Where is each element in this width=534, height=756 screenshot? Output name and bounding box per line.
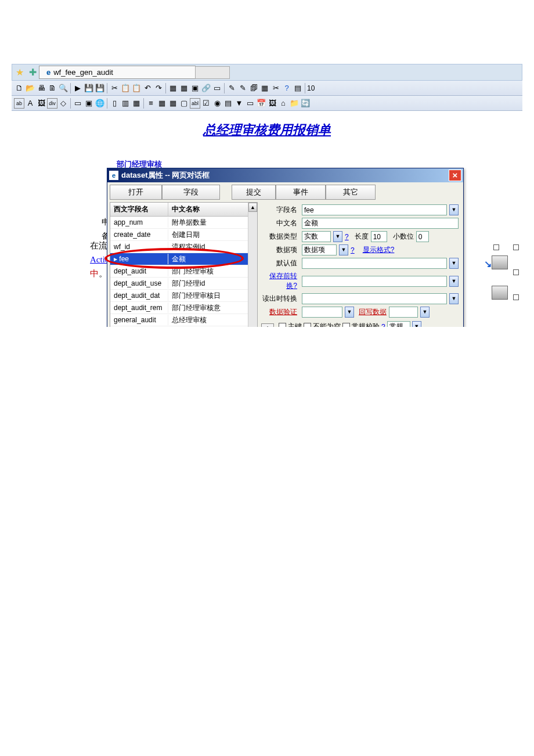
dropdown-icon[interactable]: ▼ (345, 307, 354, 318)
play-icon[interactable]: ▶ (73, 83, 83, 93)
new-file-icon[interactable]: 🗋 (14, 83, 24, 93)
edit-icon[interactable]: ✎ (226, 83, 237, 93)
grid-icon[interactable]: ▦ (259, 83, 270, 93)
cut-icon[interactable]: ✂ (109, 83, 120, 93)
dropdown-icon[interactable]: ▼ (449, 276, 459, 287)
table-row[interactable]: create_date创建日期 (110, 229, 248, 241)
dropdown-icon[interactable]: ▼ (234, 98, 244, 109)
field-name-input[interactable] (302, 204, 447, 215)
preview-icon[interactable]: 🔍 (58, 83, 68, 93)
field-icon[interactable]: ▦ (168, 83, 178, 93)
help-link[interactable]: ? (345, 233, 349, 241)
vertical-scrollbar[interactable]: ▲ ▼ (248, 203, 257, 327)
undo-icon[interactable]: ↶ (142, 83, 153, 93)
close-icon[interactable]: × (449, 170, 461, 181)
dropdown-icon[interactable]: ▼ (449, 258, 459, 269)
group-icon[interactable]: ▣ (84, 98, 94, 109)
pic-icon[interactable]: 🖼 (267, 98, 277, 109)
home-icon[interactable]: ⌂ (278, 98, 288, 109)
textbox-icon[interactable]: ab (14, 98, 24, 109)
display-format-link[interactable]: 显示格式? (363, 245, 395, 255)
list-icon[interactable]: ▤ (223, 98, 233, 109)
table-row[interactable]: app_num附单据数量 (110, 217, 248, 229)
button-c-icon[interactable]: ▭ (245, 98, 255, 109)
table-row[interactable]: dept_audit_use部门经理id (110, 278, 248, 290)
routine-check-checkbox[interactable] (342, 323, 350, 327)
component-icon[interactable]: ▣ (190, 83, 200, 93)
pk-checkbox[interactable] (279, 323, 286, 327)
dropdown-icon[interactable]: ▼ (420, 307, 430, 318)
tool-icon[interactable]: ✂ (270, 83, 281, 93)
calendar-icon[interactable]: 📅 (256, 98, 266, 109)
data-item-select[interactable] (302, 244, 337, 255)
doc-widget-icon[interactable]: ↘ (492, 255, 508, 269)
favorites-star-icon[interactable]: ★ (15, 67, 25, 78)
decimals-input[interactable] (416, 231, 429, 242)
image-icon[interactable]: 🖼 (36, 98, 46, 109)
world-icon[interactable]: 🌐 (95, 98, 105, 109)
lines-icon[interactable]: ≡ (146, 98, 156, 109)
tab-submit[interactable]: 提交 (232, 185, 276, 200)
radio-icon[interactable]: ◉ (212, 98, 222, 109)
tab-event[interactable]: 事件 (276, 185, 326, 200)
split-icon[interactable]: ▥ (120, 98, 131, 109)
edit2-icon[interactable]: ✎ (237, 83, 248, 93)
print-icon[interactable]: 🖶 (36, 83, 46, 93)
validation-link[interactable]: 数据验证 (261, 307, 300, 317)
table-row[interactable]: general_audit_总经理id (110, 326, 248, 327)
add-favorite-icon[interactable]: ✚ (27, 67, 38, 78)
dialog-titlebar[interactable]: e dataset属性 -- 网页对话框 × (107, 168, 463, 182)
notnull-checkbox[interactable] (304, 323, 311, 327)
table-icon[interactable]: ▦ (157, 98, 167, 109)
pre-save-convert-input[interactable] (302, 276, 447, 287)
dropdown-icon[interactable]: ▼ (339, 244, 348, 255)
table-row[interactable]: wf_id流程实例id (110, 241, 248, 253)
read-convert-input[interactable] (302, 293, 447, 304)
tab-field[interactable]: 字段 (162, 185, 220, 200)
save-all-icon[interactable]: 💾 (95, 83, 105, 93)
div-icon[interactable]: div (47, 98, 57, 109)
dropdown-icon[interactable]: ▼ (449, 293, 459, 304)
pre-save-convert-link[interactable]: 保存前转换? (261, 271, 300, 291)
text-a-icon[interactable]: A (25, 98, 35, 109)
misc-icon[interactable]: ▦ (131, 98, 142, 109)
help-icon[interactable]: ? (282, 83, 292, 93)
length-input[interactable] (371, 231, 387, 242)
panel-icon[interactable]: ▭ (73, 98, 83, 109)
doc-icon[interactable]: 🗐 (248, 83, 259, 93)
default-value-input[interactable] (302, 258, 447, 269)
folder-icon[interactable]: 📁 (289, 98, 300, 109)
table-row[interactable]: dept_audit_dat部门经理审核日 (110, 290, 248, 302)
dropdown-icon[interactable]: ▼ (333, 231, 342, 242)
shape-icon[interactable]: ◇ (58, 98, 68, 109)
dropdown-icon[interactable]: ▼ (412, 321, 421, 327)
data-type-select[interactable] (302, 231, 331, 242)
copy-icon[interactable]: 📋 (120, 83, 131, 93)
scroll-up-icon[interactable]: ▲ (248, 203, 257, 212)
open-folder-icon[interactable]: 📂 (25, 83, 35, 93)
border-icon[interactable]: ▢ (179, 98, 189, 109)
help-link[interactable]: ? (351, 246, 355, 254)
save-icon[interactable]: 💾 (84, 83, 94, 93)
table-row[interactable]: dept_audit_rem部门经理审核意 (110, 302, 248, 314)
redo-icon[interactable]: ↷ (153, 83, 164, 93)
tab-open[interactable]: 打开 (110, 185, 162, 200)
move-up-button[interactable]: ⬆ (261, 323, 274, 327)
writeback-link[interactable]: 回写数据 (359, 307, 387, 317)
validation-input[interactable] (302, 307, 342, 318)
cn-name-input[interactable] (302, 218, 459, 229)
dropdown-icon[interactable]: ▼ (449, 204, 459, 215)
layout-icon[interactable]: ▦ (179, 83, 189, 93)
field-table[interactable]: 西文字段名 中文名称 app_num附单据数量create_date创建日期wf… (110, 202, 258, 327)
new-tab-button[interactable] (195, 66, 230, 79)
browser-tab[interactable]: e wf_fee_gen_audit (39, 66, 196, 79)
form-icon[interactable]: ▭ (212, 83, 222, 93)
tab-other[interactable]: 其它 (326, 185, 376, 200)
paste-icon[interactable]: 📋 (131, 83, 142, 93)
category-select[interactable] (387, 321, 410, 327)
table-row[interactable]: dept_audit部门经理审核 (110, 265, 248, 278)
doc-widget-icon[interactable] (492, 286, 508, 300)
check-icon[interactable]: ☑ (201, 98, 211, 109)
refresh-icon[interactable]: 🔄 (300, 98, 311, 109)
help-link[interactable]: ? (381, 323, 385, 327)
